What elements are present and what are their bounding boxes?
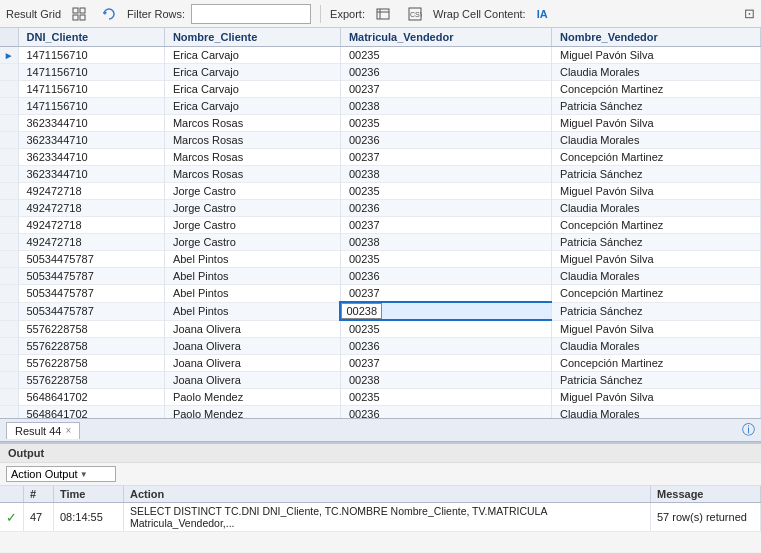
action-output-select[interactable]: Action Output ▼ (6, 466, 116, 482)
cell-vendedor[interactable]: Patricia Sánchez (551, 98, 760, 115)
cell-matricula[interactable]: 00236 (340, 64, 551, 81)
cell-dni[interactable]: 5648641702 (18, 389, 164, 406)
result-tab-close[interactable]: × (65, 425, 71, 436)
cell-dni[interactable]: 1471156710 (18, 98, 164, 115)
cell-matricula[interactable]: 00238 (340, 166, 551, 183)
cell-nombre[interactable]: Jorge Castro (164, 200, 340, 217)
cell-dni[interactable]: 1471156710 (18, 81, 164, 98)
cell-nombre[interactable]: Erica Carvajo (164, 81, 340, 98)
cell-dni[interactable]: 50534475787 (18, 285, 164, 303)
table-row[interactable]: 5648641702Paolo Mendez00236Claudia Moral… (0, 406, 761, 419)
cell-vendedor[interactable]: Concepción Martinez (551, 217, 760, 234)
cell-matricula[interactable]: 00236 (340, 406, 551, 419)
wrap-toggle-button[interactable]: IA (532, 5, 553, 23)
table-row[interactable]: 3623344710Marcos Rosas00237Concepción Ma… (0, 149, 761, 166)
cell-matricula[interactable]: 00235 (340, 47, 551, 64)
cell-vendedor[interactable]: Concepción Martinez (551, 149, 760, 166)
cell-matricula[interactable]: 00238 (340, 98, 551, 115)
cell-matricula[interactable]: 00235 (340, 389, 551, 406)
cell-dni[interactable]: 3623344710 (18, 149, 164, 166)
cell-matricula[interactable]: 00238 (340, 234, 551, 251)
filter-input[interactable] (191, 4, 311, 24)
cell-dni[interactable]: 492472718 (18, 200, 164, 217)
table-row[interactable]: 3623344710Marcos Rosas00235Miguel Pavón … (0, 115, 761, 132)
cell-vendedor[interactable]: Concepción Martinez (551, 285, 760, 303)
cell-matricula[interactable]: 00237 (340, 355, 551, 372)
cell-vendedor[interactable]: Patricia Sánchez (551, 234, 760, 251)
table-row[interactable]: 1471156710Erica Carvajo00236Claudia Mora… (0, 64, 761, 81)
col-header-dni[interactable]: DNI_Cliente (18, 28, 164, 47)
table-row[interactable]: 5648641702Paolo Mendez00235Miguel Pavón … (0, 389, 761, 406)
cell-dni[interactable]: 1471156710 (18, 47, 164, 64)
cell-nombre[interactable]: Joana Olivera (164, 338, 340, 355)
cell-vendedor[interactable]: Claudia Morales (551, 406, 760, 419)
cell-nombre[interactable]: Paolo Mendez (164, 406, 340, 419)
cell-matricula[interactable]: 00237 (340, 285, 551, 303)
cell-matricula[interactable]: 00235 (340, 251, 551, 268)
cell-nombre[interactable]: Abel Pintos (164, 251, 340, 268)
cell-nombre[interactable]: Jorge Castro (164, 183, 340, 200)
cell-dni[interactable]: 5576228758 (18, 320, 164, 338)
cell-vendedor[interactable]: Concepción Martinez (551, 81, 760, 98)
cell-dni[interactable]: 492472718 (18, 234, 164, 251)
result-tab[interactable]: Result 44 × (6, 422, 80, 439)
cell-matricula[interactable]: 00236 (340, 132, 551, 149)
cell-nombre[interactable]: Marcos Rosas (164, 115, 340, 132)
cell-vendedor[interactable]: Miguel Pavón Silva (551, 320, 760, 338)
table-row[interactable]: 3623344710Marcos Rosas00238Patricia Sánc… (0, 166, 761, 183)
cell-vendedor[interactable]: Miguel Pavón Silva (551, 183, 760, 200)
resize-button[interactable]: ⊡ (744, 6, 755, 21)
cell-dni[interactable]: 5576228758 (18, 355, 164, 372)
export-csv-button[interactable]: CSV (403, 4, 427, 24)
cell-dni[interactable]: 50534475787 (18, 251, 164, 268)
cell-nombre[interactable]: Erica Carvajo (164, 64, 340, 81)
cell-nombre[interactable]: Erica Carvajo (164, 98, 340, 115)
cell-matricula[interactable]: 00236 (340, 268, 551, 285)
cell-vendedor[interactable]: Miguel Pavón Silva (551, 389, 760, 406)
cell-matricula[interactable]: 00237 (340, 81, 551, 98)
cell-vendedor[interactable]: Patricia Sánchez (551, 166, 760, 183)
cell-matricula[interactable]: 00236 (340, 338, 551, 355)
cell-dni[interactable]: 1471156710 (18, 64, 164, 81)
table-row[interactable]: 492472718Jorge Castro00235Miguel Pavón S… (0, 183, 761, 200)
cell-matricula[interactable]: 0023800238 (340, 302, 551, 320)
cell-vendedor[interactable]: Miguel Pavón Silva (551, 251, 760, 268)
refresh-button[interactable] (97, 4, 121, 24)
cell-nombre[interactable]: Jorge Castro (164, 234, 340, 251)
cell-nombre[interactable]: Erica Carvajo (164, 47, 340, 64)
info-icon[interactable]: ⓘ (742, 421, 755, 439)
cell-nombre[interactable]: Joana Olivera (164, 320, 340, 338)
table-row[interactable]: 50534475787Abel Pintos00236Claudia Moral… (0, 268, 761, 285)
cell-dni[interactable]: 5648641702 (18, 406, 164, 419)
cell-nombre[interactable]: Abel Pintos (164, 285, 340, 303)
cell-matricula[interactable]: 00237 (340, 217, 551, 234)
table-row[interactable]: 3623344710Marcos Rosas00236Claudia Moral… (0, 132, 761, 149)
cell-vendedor[interactable]: Claudia Morales (551, 200, 760, 217)
cell-vendedor[interactable]: Patricia Sánchez (551, 372, 760, 389)
table-row[interactable]: ►1471156710Erica Carvajo00235Miguel Pavó… (0, 47, 761, 64)
cell-dni[interactable]: 3623344710 (18, 166, 164, 183)
cell-matricula[interactable]: 00235 (340, 115, 551, 132)
table-row[interactable]: 5576228758Joana Olivera00235Miguel Pavón… (0, 320, 761, 338)
cell-nombre[interactable]: Marcos Rosas (164, 132, 340, 149)
cell-matricula[interactable]: 00236 (340, 200, 551, 217)
cell-vendedor[interactable]: Claudia Morales (551, 64, 760, 81)
col-header-nombre[interactable]: Nombre_Cliente (164, 28, 340, 47)
table-row[interactable]: 1471156710Erica Carvajo00237Concepción M… (0, 81, 761, 98)
cell-matricula[interactable]: 00235 (340, 183, 551, 200)
col-header-matricula[interactable]: Matricula_Vendedor (340, 28, 551, 47)
table-row[interactable]: 5576228758Joana Olivera00237Concepción M… (0, 355, 761, 372)
table-row[interactable]: 5576228758Joana Olivera00238Patricia Sán… (0, 372, 761, 389)
cell-vendedor[interactable]: Claudia Morales (551, 132, 760, 149)
cell-nombre[interactable]: Paolo Mendez (164, 389, 340, 406)
cell-nombre[interactable]: Joana Olivera (164, 355, 340, 372)
table-row[interactable]: 50534475787Abel Pintos00237Concepción Ma… (0, 285, 761, 303)
cell-vendedor[interactable]: Claudia Morales (551, 268, 760, 285)
cell-vendedor[interactable]: Miguel Pavón Silva (551, 115, 760, 132)
cell-dni[interactable]: 50534475787 (18, 302, 164, 320)
cell-vendedor[interactable]: Miguel Pavón Silva (551, 47, 760, 64)
table-row[interactable]: 50534475787Abel Pintos0023800238Patricia… (0, 302, 761, 320)
cell-dni[interactable]: 3623344710 (18, 132, 164, 149)
cell-dni[interactable]: 5576228758 (18, 338, 164, 355)
cell-nombre[interactable]: Joana Olivera (164, 372, 340, 389)
